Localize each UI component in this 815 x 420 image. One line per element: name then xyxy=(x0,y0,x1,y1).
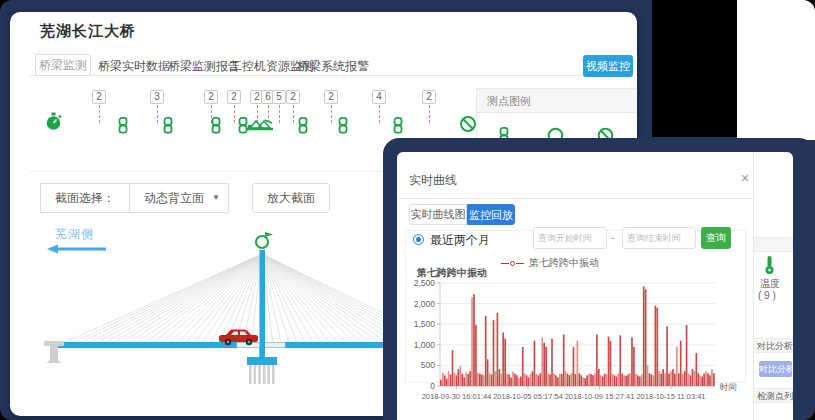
compare-analysis-button[interactable]: 对比分析 xyxy=(759,361,792,377)
stopwatch-icon[interactable] xyxy=(44,112,64,132)
tabs-underline xyxy=(30,75,607,76)
page-title: 芜湖长江大桥 xyxy=(40,22,136,41)
svg-text:500: 500 xyxy=(421,360,435,370)
svg-text:2018-10-05 05:17:54: 2018-10-05 05:17:54 xyxy=(493,392,563,401)
left-pier xyxy=(44,341,64,363)
leader-line xyxy=(157,105,158,123)
query-end-time-input[interactable] xyxy=(622,227,696,249)
sidebar-divider xyxy=(753,152,754,420)
temperature-label: 温度 xyxy=(760,277,780,291)
ban-icon[interactable] xyxy=(459,115,477,133)
svg-text:2,000: 2,000 xyxy=(414,299,436,309)
measure-point-legend-panel: 测点图例 xyxy=(476,88,637,140)
leader-line xyxy=(379,105,380,123)
realtime-curve-modal: 实时曲线 × 实时曲线图 监控回放 最近两个月 - 查询 第七跨跨中振动 第七跨… xyxy=(397,152,793,420)
chart-legend[interactable]: 第七跨跨中振动 xyxy=(501,256,599,270)
screen: 芜湖长江大桥 桥梁监测 桥梁实时数据 桥梁监测报告 工控机资源监测 桥梁系统报警… xyxy=(0,0,815,420)
leader-line xyxy=(279,105,280,123)
chevron-down-icon: ▼ xyxy=(212,184,220,212)
bridge-sensor-icon[interactable] xyxy=(246,116,274,133)
section-select-value: 动态背立面 xyxy=(144,191,204,205)
thermometer-icon[interactable] xyxy=(763,255,776,275)
background-window-area xyxy=(737,0,815,140)
sensor-count-badge: 2 xyxy=(204,90,218,104)
bridge-elevation-diagram xyxy=(35,230,389,404)
recent-two-months-radio[interactable] xyxy=(413,234,424,245)
detect-point-list-header: 检测点列表 xyxy=(754,388,793,403)
svg-text:2018-10-15 11:03:41: 2018-10-15 11:03:41 xyxy=(636,392,705,401)
recent-two-months-label: 最近两个月 xyxy=(430,232,490,249)
svg-text:2018-09-30 16:01:44: 2018-09-30 16:01:44 xyxy=(422,392,492,401)
chain-sensor-icon[interactable] xyxy=(161,117,175,134)
leader-line xyxy=(234,105,235,123)
tab-bridge-monitor[interactable]: 桥梁监测 xyxy=(35,54,91,76)
leader-line xyxy=(99,105,100,123)
tab-bridge-realtime-data[interactable]: 桥梁实时数据 xyxy=(98,58,170,75)
leader-line xyxy=(429,105,430,123)
desktop-black-area xyxy=(652,0,737,137)
chain-sensor-icon[interactable] xyxy=(336,117,350,134)
pylon-flag-icon xyxy=(265,232,273,237)
compare-analysis-header: 对比分析 xyxy=(754,338,793,353)
sensor-count-badge: 3 xyxy=(150,90,164,104)
svg-text:2,500: 2,500 xyxy=(414,278,436,288)
sensor-count-badge: 2 xyxy=(286,90,300,104)
chain-sensor-icon[interactable] xyxy=(116,117,130,134)
legend-marker-icon xyxy=(510,261,515,266)
sensor-count-badge: 2 xyxy=(92,90,106,104)
svg-text:1,000: 1,000 xyxy=(414,340,436,350)
chain-sensor-icon[interactable] xyxy=(209,117,223,134)
leader-line xyxy=(331,105,332,123)
chain-sensor-icon[interactable] xyxy=(296,117,310,134)
leader-line xyxy=(293,105,294,123)
date-range-separator: - xyxy=(611,231,615,243)
modal-title: 实时曲线 xyxy=(409,172,457,189)
sensor-count-badge: 5 xyxy=(272,90,286,104)
vibration-bar-chart[interactable]: 05001,0001,5002,0002,5002018-09-30 16:01… xyxy=(411,276,747,414)
section-select-dropdown[interactable]: 动态背立面 ▼ xyxy=(129,183,229,213)
query-start-time-input[interactable] xyxy=(533,227,607,249)
bridge-cables xyxy=(60,254,389,345)
zoom-section-button[interactable]: 放大截面 xyxy=(252,183,330,213)
legend-series-label: 第七跨跨中振动 xyxy=(529,256,599,270)
video-monitor-button[interactable]: 视频监控 xyxy=(583,55,633,77)
bridge-deck xyxy=(56,342,389,348)
bridge-pylon xyxy=(260,250,266,362)
legend-panel-title: 测点图例 xyxy=(477,89,637,113)
tab-bridge-system-alarm[interactable]: 桥梁系统报警 xyxy=(297,58,369,75)
query-button[interactable]: 查询 xyxy=(701,227,731,249)
tab-realtime-curve-chart[interactable]: 实时曲线图 xyxy=(409,204,467,225)
section-select-label: 截面选择： xyxy=(40,183,130,213)
sidebar-section-header xyxy=(754,237,793,252)
chain-sensor-icon[interactable] xyxy=(391,117,405,134)
sensor-count-badge: 2 xyxy=(324,90,338,104)
foundation-cap xyxy=(247,357,277,365)
temperature-count: ( 9 ) xyxy=(758,290,776,301)
svg-text:0: 0 xyxy=(430,381,435,391)
modal-header-divider xyxy=(397,198,753,199)
sensor-count-badge: 2 xyxy=(422,90,436,104)
sensor-count-badge: 4 xyxy=(372,90,386,104)
svg-text:2018-10-09 15:27:41: 2018-10-09 15:27:41 xyxy=(565,392,635,401)
svg-text:1,500: 1,500 xyxy=(414,319,436,329)
pylon-top-sensor-icon[interactable] xyxy=(256,236,268,248)
foundation-piles xyxy=(249,365,275,384)
svg-text:时间: 时间 xyxy=(720,382,737,392)
close-icon[interactable]: × xyxy=(737,170,753,186)
sensor-count-badge: 2 xyxy=(227,90,241,104)
tab-monitor-playback[interactable]: 监控回放 xyxy=(467,204,515,225)
